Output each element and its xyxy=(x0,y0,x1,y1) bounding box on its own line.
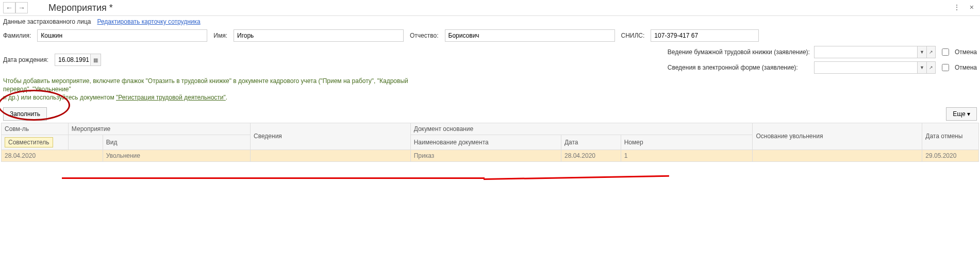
insured-section-label: Данные застрахованного лица xyxy=(3,18,91,25)
chevron-down-icon[interactable]: ▼ xyxy=(917,61,926,74)
nav-back-button[interactable]: ← xyxy=(3,2,15,13)
snils-label: СНИЛС: xyxy=(621,32,645,39)
col-kind: Вид xyxy=(103,135,250,150)
register-activity-link[interactable]: "Регистрация трудовой деятельности" xyxy=(116,94,226,101)
electronic-combo[interactable] xyxy=(814,61,917,74)
edit-employee-link[interactable]: Редактировать карточку сотрудника xyxy=(97,18,200,25)
events-table[interactable]: Совм-ль Мероприятие Сведения Документ ос… xyxy=(1,123,979,162)
col-doc: Документ основание xyxy=(410,123,753,135)
name-input[interactable] xyxy=(234,29,404,42)
col-sovm: Совм-ль xyxy=(2,123,69,135)
calendar-icon[interactable]: ▦ xyxy=(90,54,101,65)
col-docname: Наименование документа xyxy=(410,135,561,150)
open-ref-icon[interactable]: ↗ xyxy=(926,61,936,74)
col-details: Сведения xyxy=(251,123,411,150)
annotation-line xyxy=(484,175,669,179)
table-row[interactable]: 28.04.2020 Увольнение Приказ 28.04.2020 … xyxy=(2,150,979,161)
paper-book-combo[interactable] xyxy=(814,46,917,58)
paper-book-label: Ведение бумажной трудовой книжки (заявле… xyxy=(668,48,810,56)
chevron-down-icon[interactable]: ▼ xyxy=(917,46,926,58)
paper-cancel-checkbox[interactable] xyxy=(942,48,949,56)
col-dismissal: Основание увольнения xyxy=(753,123,922,150)
col-event: Мероприятие xyxy=(68,123,250,135)
nav-forward-button[interactable]: → xyxy=(15,2,28,13)
close-icon[interactable]: × xyxy=(968,2,976,12)
patronymic-input[interactable] xyxy=(445,29,615,42)
col-sovm-tag: Совместитель xyxy=(2,135,69,150)
hint-text: Чтобы добавить мероприятие, включите фла… xyxy=(0,76,428,105)
col-cancel-date: Дата отмены xyxy=(922,123,979,150)
snils-input[interactable] xyxy=(651,29,759,42)
open-ref-icon[interactable]: ↗ xyxy=(926,46,936,58)
more-button[interactable]: Еще ▾ xyxy=(946,107,977,121)
birthdate-label: Дата рождения: xyxy=(3,56,48,63)
fill-button[interactable]: Заполнить xyxy=(3,107,47,121)
kebab-menu-icon[interactable]: ⋮ xyxy=(951,2,962,12)
paper-cancel-label: Отмена xyxy=(955,48,977,56)
col-docdate: Дата xyxy=(561,135,621,150)
patronymic-label: Отчество: xyxy=(410,32,439,39)
surname-input[interactable] xyxy=(37,29,207,42)
annotation-line xyxy=(62,177,485,179)
surname-label: Фамилия: xyxy=(3,32,31,39)
electronic-cancel-label: Отмена xyxy=(955,64,977,71)
col-docnum: Номер xyxy=(621,135,753,150)
electronic-cancel-checkbox[interactable] xyxy=(942,64,949,71)
name-label: Имя: xyxy=(213,32,227,39)
page-title: Мероприятия * xyxy=(48,3,113,13)
chevron-down-icon: ▾ xyxy=(967,110,970,118)
electronic-label: Сведения в электронной форме (заявление)… xyxy=(668,64,810,71)
